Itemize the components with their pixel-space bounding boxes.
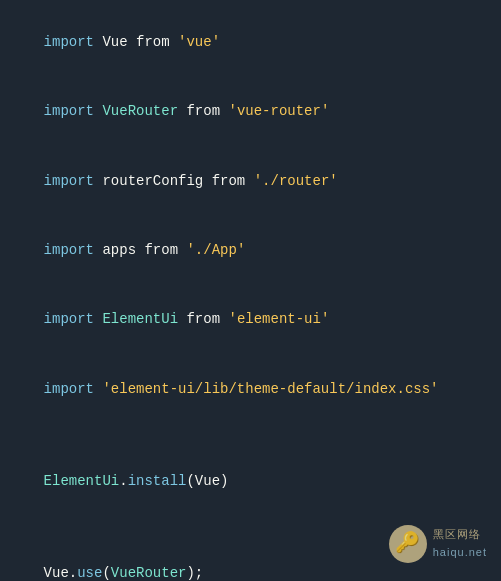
code-line-5: import ElementUi from 'element-ui' — [10, 285, 491, 354]
watermark-text: 黑区网络 haiqu.net — [433, 526, 487, 561]
watermark: 🔑 黑区网络 haiqu.net — [389, 525, 487, 563]
code-line-8: ElementUi.install(Vue) — [10, 447, 491, 516]
code-line-1: import Vue from 'vue' — [10, 8, 491, 77]
code-editor: import Vue from 'vue' import VueRouter f… — [0, 0, 501, 581]
code-line-7 — [10, 424, 491, 447]
code-line-3: import routerConfig from './router' — [10, 147, 491, 216]
code-line-2: import VueRouter from 'vue-router' — [10, 77, 491, 146]
watermark-bottom-text: haiqu.net — [433, 544, 487, 562]
code-line-6: import 'element-ui/lib/theme-default/ind… — [10, 354, 491, 423]
code-line-4: import apps from './App' — [10, 216, 491, 285]
watermark-top-text: 黑区网络 — [433, 526, 481, 544]
watermark-icon: 🔑 — [389, 525, 427, 563]
